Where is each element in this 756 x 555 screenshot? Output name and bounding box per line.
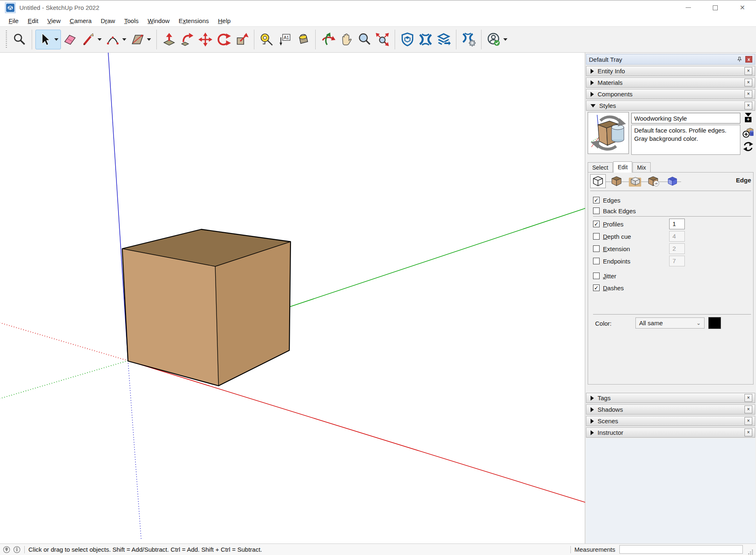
pin-icon[interactable] [736,56,743,63]
minimize-button[interactable] [675,0,702,15]
panel-bar-entity-info[interactable]: Entity Info× [586,66,755,76]
panel-bar-components[interactable]: Components× [586,89,755,99]
select-tool-button[interactable] [35,30,61,49]
subtab-face-settings[interactable] [609,174,624,188]
3d-viewport[interactable] [0,53,585,543]
dashes-checkbox[interactable]: ✓ [593,284,600,291]
menu-edit[interactable]: Edit [23,16,43,26]
profiles-value-input[interactable]: 1 [669,219,685,229]
zoom-extents-tool-button[interactable] [373,30,391,49]
endpoints-value-input[interactable]: 7 [669,256,685,266]
toolbar-grip[interactable] [6,30,7,49]
tab-select[interactable]: Select [588,162,613,172]
panel-close-button[interactable]: × [744,394,752,402]
cube-face-right[interactable] [215,242,291,386]
menu-window[interactable]: Window [143,16,174,26]
panel-bar-scenes[interactable]: Scenes× [586,416,755,426]
paint-bucket-tool-button[interactable] [294,30,312,49]
tray-close-button[interactable]: x [745,56,752,63]
geolocation-icon[interactable] [3,546,10,553]
line-tool-button[interactable] [79,30,104,49]
move-tool-button[interactable] [196,30,214,49]
menu-help[interactable]: Help [214,16,235,26]
panel-title: Tags [598,394,611,401]
panel-bar-instructor[interactable]: Instructor× [586,427,755,438]
show-secondary-pane-button[interactable]: + [742,113,754,122]
panel-close-button[interactable]: × [744,406,752,413]
depth-cue-checkbox[interactable] [593,233,600,240]
edge-color-swatch[interactable] [708,317,721,329]
maximize-button[interactable] [702,0,729,15]
endpoints-checkbox[interactable] [593,258,600,264]
shapes-tool-button[interactable] [128,30,153,49]
profiles-checkbox[interactable]: ✓ [593,221,600,227]
subtab-watermark-settings[interactable]: ok [646,174,661,188]
toolbar-separator [254,30,254,49]
tab-edit[interactable]: Edit [613,161,632,173]
select-dropdown-arrow-icon[interactable] [54,38,58,41]
account-dropdown-arrow-icon[interactable] [503,38,507,41]
create-new-style-button[interactable] [742,127,754,138]
expand-arrow-icon [591,92,594,97]
send-to-layout-tool-button[interactable] [435,30,453,49]
jitter-checkbox[interactable] [593,273,600,279]
panel-bar-tags[interactable]: Tags× [586,393,755,403]
resize-grip[interactable] [748,549,754,555]
panel-bar-styles[interactable]: Styles × [586,100,755,111]
menu-draw[interactable]: Draw [96,16,120,26]
extension-checkbox[interactable] [593,245,600,252]
3d-warehouse-tool-button[interactable] [398,30,416,49]
tab-mix[interactable]: Mix [633,162,651,172]
search-tool-button[interactable] [10,30,28,49]
line-dropdown-arrow-icon[interactable] [98,38,102,41]
panel-close-button[interactable]: × [744,102,752,110]
menu-view[interactable]: View [43,16,65,26]
style-name-input[interactable] [631,113,740,124]
push-pull-tool-button[interactable] [160,30,178,49]
panel-bar-materials[interactable]: Materials× [586,77,755,88]
extension-value-input[interactable]: 2 [669,243,685,254]
edges-checkbox[interactable]: ✓ [593,197,600,203]
extension-warehouse-tool-button[interactable] [416,30,435,49]
update-style-button[interactable] [742,141,754,152]
account-tool-button[interactable] [485,30,509,49]
menu-tools[interactable]: Tools [120,16,143,26]
back-edges-checkbox[interactable] [593,208,600,214]
menu-extensions[interactable]: Extensions [174,16,213,26]
shapes-dropdown-arrow-icon[interactable] [147,38,151,41]
cube-face-front[interactable] [122,249,219,386]
subtab-background-settings[interactable] [627,174,643,188]
orbit-tool-button[interactable] [319,30,337,49]
close-button[interactable]: ✕ [729,0,756,15]
panel-close-button[interactable]: × [744,417,752,425]
panel-close-button[interactable]: × [744,67,752,75]
subtab-modeling-settings[interactable] [664,174,680,188]
extension-manager-tool-button[interactable] [460,30,478,49]
credits-icon[interactable] [13,546,21,553]
rotate-tool-button[interactable] [214,30,233,49]
arc-dropdown-arrow-icon[interactable] [122,38,126,41]
zoom-tool-button[interactable] [355,30,373,49]
edge-color-dropdown[interactable]: All same ⌄ [635,317,705,329]
checkbox-label: Endpoints [603,258,630,265]
panel-close-button[interactable]: × [744,90,752,98]
menu-camera[interactable]: Camera [65,16,96,26]
text-tool-button[interactable]: A1 [276,30,294,49]
tape-measure-tool-button[interactable] [258,30,276,49]
style-description[interactable]: Default face colors. Profile edges. Gray… [631,125,740,155]
panel-close-button[interactable]: × [744,79,752,86]
menu-file[interactable]: File [4,16,23,26]
panel-bar-shadows[interactable]: Shadows× [586,404,755,415]
pan-tool-button[interactable] [337,30,355,49]
checkbox-row-profiles: ✓Profiles [593,220,623,228]
tray-header: Default Tray x [586,54,755,65]
depth-cue-value-input[interactable]: 4 [669,231,685,242]
eraser-tool-button[interactable] [61,30,79,49]
follow-me-tool-button[interactable] [178,30,196,49]
panel-close-button[interactable]: × [744,429,752,436]
style-thumbnail[interactable] [588,112,629,154]
measurements-input[interactable] [619,545,743,554]
scale-tool-button[interactable] [233,30,251,49]
subtab-edge-settings[interactable] [590,174,606,188]
arc-tool-button[interactable] [104,30,128,49]
